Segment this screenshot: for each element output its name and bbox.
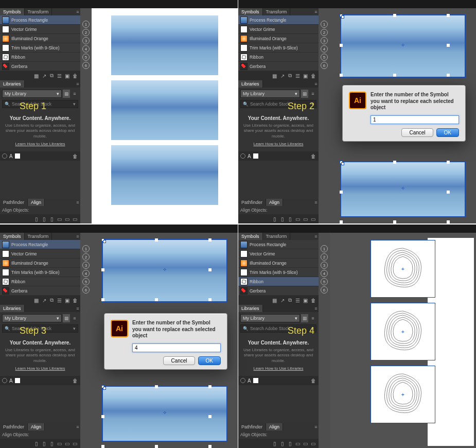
tab-align[interactable]: Align	[266, 423, 283, 430]
symbol-row-ribbon[interactable]: Ribbon	[0, 277, 80, 286]
new-symbol-icon[interactable]: ▣	[302, 297, 309, 304]
cancel-button[interactable]: Cancel	[163, 356, 195, 365]
new-symbol-icon[interactable]: ▣	[64, 73, 70, 79]
tab-libraries[interactable]: Libraries	[238, 305, 263, 312]
symbol-row-ribbon[interactable]: Ribbon	[0, 53, 80, 62]
symbol-row-illuminated-orange[interactable]: Illuminated Orange	[0, 259, 80, 268]
tab-libraries[interactable]: Libraries	[0, 80, 25, 88]
libraries-promo-link[interactable]: Learn How to Use Libraries	[254, 142, 304, 146]
library-selector[interactable]: My Library▾	[240, 314, 300, 322]
libraries-promo-link[interactable]: Learn How to Use Libraries	[15, 142, 65, 146]
align-hcenter-icon[interactable]: ▯	[41, 440, 47, 447]
align-bottom-icon[interactable]: ▭	[310, 440, 316, 447]
panel-menu-icon[interactable]: ≡	[313, 9, 319, 15]
graphic-asset-icon[interactable]	[253, 153, 258, 159]
align-left-icon[interactable]: ▯	[33, 216, 40, 222]
character-style-icon[interactable]: A	[9, 378, 13, 384]
align-bottom-icon[interactable]: ▭	[72, 216, 78, 222]
library-selector[interactable]: My Library▾	[240, 90, 300, 98]
place-symbol-icon[interactable]: ↗	[279, 297, 286, 304]
panel-menu-icon[interactable]: ≡	[75, 9, 80, 15]
tab-pathfinder[interactable]: Pathfinder	[238, 199, 266, 206]
delete-symbol-icon[interactable]: 🗑	[72, 297, 78, 304]
symbol-instance[interactable]	[111, 15, 218, 75]
list-view-icon[interactable]: ≡	[71, 90, 78, 98]
symbol-row-gerbera[interactable]: Gerbera	[0, 286, 80, 296]
symbol-row-ribbon[interactable]: Ribbon	[238, 53, 319, 62]
symbol-row-process-rectangle[interactable]: Process Rectangle	[0, 15, 80, 25]
tab-pathfinder[interactable]: Pathfinder	[0, 423, 28, 430]
graphic-asset-icon[interactable]	[253, 378, 258, 383]
ribbon-symbol-instance[interactable]: +	[371, 240, 435, 298]
break-link-icon[interactable]: ⧉	[48, 73, 55, 79]
graphic-asset-icon[interactable]	[15, 378, 20, 383]
cancel-button[interactable]: Cancel	[401, 128, 433, 137]
ok-button[interactable]: OK	[198, 356, 221, 365]
tab-transform[interactable]: Transform	[263, 8, 291, 15]
symbol-row-vector-grime[interactable]: Vector Grime	[0, 249, 80, 259]
libraries-promo-link[interactable]: Learn How to Use Libraries	[15, 366, 65, 371]
symbol-row-vector-grime[interactable]: Vector Grime	[238, 249, 319, 259]
tab-libraries[interactable]: Libraries	[238, 80, 263, 88]
align-hcenter-icon[interactable]: ▯	[41, 216, 47, 222]
delete-symbol-icon[interactable]: 🗑	[310, 297, 316, 304]
symbol-row-ribbon[interactable]: Ribbon	[238, 277, 319, 286]
symbol-row-trim-marks[interactable]: Trim Marks (with 9-Slice)	[238, 43, 319, 53]
symbol-library-icon[interactable]: ▦	[33, 297, 40, 304]
character-style-icon[interactable]: A	[9, 153, 13, 159]
character-style-icon[interactable]: A	[248, 378, 251, 384]
place-symbol-icon[interactable]: ↗	[41, 73, 47, 79]
align-left-icon[interactable]: ▯	[271, 216, 278, 222]
symbol-row-illuminated-orange[interactable]: Illuminated Orange	[238, 34, 319, 43]
break-link-icon[interactable]: ⧉	[287, 73, 293, 79]
artboard[interactable]: + + +	[330, 233, 476, 448]
align-hcenter-icon[interactable]: ▯	[279, 216, 286, 222]
list-view-icon[interactable]: ≡	[309, 314, 316, 322]
align-top-icon[interactable]: ▭	[56, 440, 63, 447]
symbol-options-icon[interactable]: ☰	[56, 73, 63, 79]
panel-menu-icon[interactable]: ≡	[313, 233, 319, 239]
symbol-row-gerbera[interactable]: Gerbera	[238, 62, 319, 71]
delete-symbol-icon[interactable]: 🗑	[310, 73, 316, 79]
trash-icon[interactable]: 🗑	[310, 377, 316, 384]
symbol-instance-selected[interactable]: ✧	[341, 15, 465, 77]
symbol-row-process-rectangle[interactable]: Process Rectangle	[238, 15, 319, 25]
panel-menu-icon[interactable]: ≡	[313, 305, 319, 312]
symbol-options-icon[interactable]: ☰	[56, 297, 63, 304]
dialog-number-input[interactable]	[371, 115, 459, 124]
symbol-instance-selected[interactable]: ✧	[341, 162, 465, 216]
tab-symbols[interactable]: Symbols	[238, 233, 263, 240]
tab-transform[interactable]: Transform	[263, 233, 291, 240]
align-vcenter-icon[interactable]: ▭	[64, 216, 70, 222]
tab-libraries[interactable]: Libraries	[0, 305, 25, 312]
symbol-options-icon[interactable]: ☰	[294, 297, 301, 304]
symbol-row-illuminated-orange[interactable]: Illuminated Orange	[238, 259, 319, 268]
tab-pathfinder[interactable]: Pathfinder	[0, 199, 28, 206]
graphic-asset-icon[interactable]	[15, 153, 20, 159]
character-style-icon[interactable]: A	[248, 153, 251, 159]
tab-pathfinder[interactable]: Pathfinder	[238, 423, 266, 430]
new-symbol-icon[interactable]: ▣	[64, 297, 70, 304]
symbol-row-trim-marks[interactable]: Trim Marks (with 9-Slice)	[0, 43, 80, 53]
align-left-icon[interactable]: ▯	[33, 440, 40, 447]
symbol-row-trim-marks[interactable]: Trim Marks (with 9-Slice)	[238, 268, 319, 277]
tab-transform[interactable]: Transform	[25, 233, 52, 240]
break-link-icon[interactable]: ⧉	[48, 297, 55, 304]
symbol-row-gerbera[interactable]: Gerbera	[238, 286, 319, 296]
symbol-instance-selected[interactable]: ✧	[103, 387, 226, 441]
tab-align[interactable]: Align	[28, 199, 45, 206]
tab-symbols[interactable]: Symbols	[238, 8, 263, 15]
ribbon-symbol-instance[interactable]: +	[371, 303, 435, 360]
tab-align[interactable]: Align	[28, 423, 45, 430]
ribbon-symbol-instance[interactable]: +	[371, 366, 435, 423]
symbol-instance-selected[interactable]: ✧	[103, 240, 226, 301]
align-vcenter-icon[interactable]: ▭	[302, 440, 309, 447]
tab-symbols[interactable]: Symbols	[0, 8, 25, 15]
list-view-icon[interactable]: ≡	[309, 90, 316, 98]
break-link-icon[interactable]: ⧉	[287, 297, 293, 304]
panel-menu-icon[interactable]: ≡	[313, 199, 319, 205]
artboard[interactable]	[92, 8, 238, 223]
symbol-library-icon[interactable]: ▦	[33, 73, 40, 79]
symbol-options-icon[interactable]: ☰	[294, 73, 301, 79]
panel-menu-icon[interactable]: ≡	[75, 424, 80, 430]
